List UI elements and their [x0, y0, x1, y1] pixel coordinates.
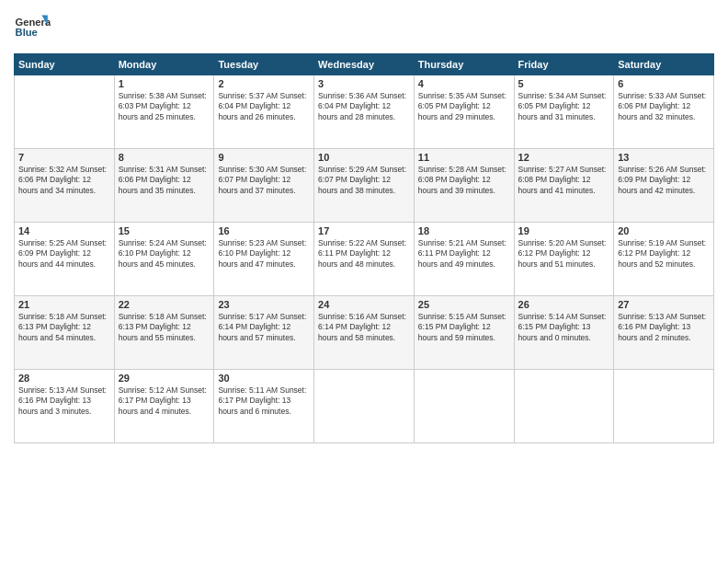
calendar-cell — [414, 370, 514, 443]
day-info: Sunrise: 5:30 AM Sunset: 6:07 PM Dayligh… — [218, 165, 310, 196]
calendar-cell: 1Sunrise: 5:38 AM Sunset: 6:03 PM Daylig… — [114, 75, 214, 149]
calendar-cell: 20Sunrise: 5:19 AM Sunset: 6:12 PM Dayli… — [614, 223, 714, 296]
day-number: 3 — [318, 78, 410, 89]
day-info: Sunrise: 5:37 AM Sunset: 6:04 PM Dayligh… — [218, 91, 310, 122]
week-row-5: 28Sunrise: 5:13 AM Sunset: 6:16 PM Dayli… — [15, 370, 714, 443]
day-info: Sunrise: 5:11 AM Sunset: 6:17 PM Dayligh… — [218, 385, 310, 417]
col-header-sunday: Sunday — [15, 54, 115, 75]
calendar-cell: 9Sunrise: 5:30 AM Sunset: 6:07 PM Daylig… — [214, 149, 314, 223]
day-number: 25 — [418, 299, 510, 310]
calendar-cell — [514, 370, 614, 443]
calendar-cell: 11Sunrise: 5:28 AM Sunset: 6:08 PM Dayli… — [414, 149, 514, 223]
calendar-cell: 13Sunrise: 5:26 AM Sunset: 6:09 PM Dayli… — [614, 149, 714, 223]
logo-icon: General Blue — [14, 9, 51, 46]
day-number: 24 — [318, 299, 410, 310]
day-number: 22 — [119, 299, 210, 310]
calendar-cell: 17Sunrise: 5:22 AM Sunset: 6:11 PM Dayli… — [314, 223, 415, 296]
day-info: Sunrise: 5:20 AM Sunset: 6:12 PM Dayligh… — [518, 238, 610, 270]
calendar-cell: 10Sunrise: 5:29 AM Sunset: 6:07 PM Dayli… — [314, 149, 415, 223]
calendar-cell: 22Sunrise: 5:18 AM Sunset: 6:13 PM Dayli… — [114, 296, 214, 370]
day-number: 11 — [418, 152, 510, 163]
calendar-cell: 25Sunrise: 5:15 AM Sunset: 6:15 PM Dayli… — [414, 296, 514, 370]
day-number: 6 — [618, 78, 710, 89]
calendar-cell: 2Sunrise: 5:37 AM Sunset: 6:04 PM Daylig… — [214, 75, 314, 149]
day-info: Sunrise: 5:16 AM Sunset: 6:14 PM Dayligh… — [318, 312, 410, 343]
day-number: 19 — [518, 225, 610, 236]
col-header-monday: Monday — [114, 54, 214, 75]
week-row-3: 14Sunrise: 5:25 AM Sunset: 6:09 PM Dayli… — [15, 223, 714, 296]
day-info: Sunrise: 5:32 AM Sunset: 6:06 PM Dayligh… — [18, 165, 110, 196]
calendar-cell: 29Sunrise: 5:12 AM Sunset: 6:17 PM Dayli… — [114, 370, 214, 443]
calendar-cell: 24Sunrise: 5:16 AM Sunset: 6:14 PM Dayli… — [314, 296, 415, 370]
week-row-4: 21Sunrise: 5:18 AM Sunset: 6:13 PM Dayli… — [15, 296, 714, 370]
day-info: Sunrise: 5:12 AM Sunset: 6:17 PM Dayligh… — [119, 385, 210, 417]
day-info: Sunrise: 5:27 AM Sunset: 6:08 PM Dayligh… — [518, 165, 610, 196]
calendar-cell: 15Sunrise: 5:24 AM Sunset: 6:10 PM Dayli… — [114, 223, 214, 296]
svg-text:Blue: Blue — [16, 27, 38, 38]
calendar-cell: 30Sunrise: 5:11 AM Sunset: 6:17 PM Dayli… — [214, 370, 314, 443]
calendar-cell: 8Sunrise: 5:31 AM Sunset: 6:06 PM Daylig… — [114, 149, 214, 223]
calendar-cell — [15, 75, 115, 149]
day-number: 7 — [18, 152, 110, 163]
day-info: Sunrise: 5:29 AM Sunset: 6:07 PM Dayligh… — [318, 165, 410, 196]
col-header-saturday: Saturday — [614, 54, 714, 75]
day-number: 12 — [518, 152, 610, 163]
logo: General Blue — [14, 9, 51, 46]
day-number: 10 — [318, 152, 410, 163]
day-number: 9 — [218, 152, 310, 163]
day-number: 18 — [418, 225, 510, 236]
col-header-wednesday: Wednesday — [314, 54, 415, 75]
day-info: Sunrise: 5:33 AM Sunset: 6:06 PM Dayligh… — [618, 91, 710, 122]
day-number: 27 — [618, 299, 710, 310]
calendar-cell: 26Sunrise: 5:14 AM Sunset: 6:15 PM Dayli… — [514, 296, 614, 370]
day-info: Sunrise: 5:24 AM Sunset: 6:10 PM Dayligh… — [119, 238, 210, 270]
day-info: Sunrise: 5:18 AM Sunset: 6:13 PM Dayligh… — [18, 312, 110, 343]
calendar-cell: 4Sunrise: 5:35 AM Sunset: 6:05 PM Daylig… — [414, 75, 514, 149]
day-info: Sunrise: 5:31 AM Sunset: 6:06 PM Dayligh… — [119, 165, 210, 196]
day-info: Sunrise: 5:28 AM Sunset: 6:08 PM Dayligh… — [418, 165, 510, 196]
day-info: Sunrise: 5:18 AM Sunset: 6:13 PM Dayligh… — [119, 312, 210, 343]
day-info: Sunrise: 5:34 AM Sunset: 6:05 PM Dayligh… — [518, 91, 610, 122]
day-number: 17 — [318, 225, 410, 236]
day-number: 15 — [119, 225, 210, 236]
calendar-cell — [314, 370, 415, 443]
day-info: Sunrise: 5:13 AM Sunset: 6:16 PM Dayligh… — [18, 385, 110, 417]
day-number: 29 — [119, 373, 210, 384]
calendar-table: SundayMondayTuesdayWednesdayThursdayFrid… — [14, 53, 714, 443]
day-number: 20 — [618, 225, 710, 236]
day-info: Sunrise: 5:13 AM Sunset: 6:16 PM Dayligh… — [618, 312, 710, 343]
day-info: Sunrise: 5:15 AM Sunset: 6:15 PM Dayligh… — [418, 312, 510, 343]
calendar-cell: 18Sunrise: 5:21 AM Sunset: 6:11 PM Dayli… — [414, 223, 514, 296]
day-info: Sunrise: 5:35 AM Sunset: 6:05 PM Dayligh… — [418, 91, 510, 122]
calendar-cell — [614, 370, 714, 443]
day-number: 1 — [119, 78, 210, 89]
day-info: Sunrise: 5:22 AM Sunset: 6:11 PM Dayligh… — [318, 238, 410, 270]
day-info: Sunrise: 5:23 AM Sunset: 6:10 PM Dayligh… — [218, 238, 310, 270]
day-info: Sunrise: 5:25 AM Sunset: 6:09 PM Dayligh… — [18, 238, 110, 270]
page-header: General Blue — [14, 9, 714, 46]
calendar-cell: 3Sunrise: 5:36 AM Sunset: 6:04 PM Daylig… — [314, 75, 415, 149]
calendar-cell: 7Sunrise: 5:32 AM Sunset: 6:06 PM Daylig… — [15, 149, 115, 223]
calendar-cell: 5Sunrise: 5:34 AM Sunset: 6:05 PM Daylig… — [514, 75, 614, 149]
calendar-cell: 14Sunrise: 5:25 AM Sunset: 6:09 PM Dayli… — [15, 223, 115, 296]
week-row-1: 1Sunrise: 5:38 AM Sunset: 6:03 PM Daylig… — [15, 75, 714, 149]
calendar-cell: 27Sunrise: 5:13 AM Sunset: 6:16 PM Dayli… — [614, 296, 714, 370]
day-number: 16 — [218, 225, 310, 236]
day-number: 8 — [119, 152, 210, 163]
calendar-header-row: SundayMondayTuesdayWednesdayThursdayFrid… — [15, 54, 714, 75]
page-container: General Blue SundayMondayTuesdayWednesda… — [0, 0, 728, 453]
calendar-body: 1Sunrise: 5:38 AM Sunset: 6:03 PM Daylig… — [15, 75, 714, 443]
col-header-thursday: Thursday — [414, 54, 514, 75]
day-number: 30 — [218, 373, 310, 384]
day-number: 13 — [618, 152, 710, 163]
day-info: Sunrise: 5:19 AM Sunset: 6:12 PM Dayligh… — [618, 238, 710, 270]
day-info: Sunrise: 5:17 AM Sunset: 6:14 PM Dayligh… — [218, 312, 310, 343]
day-number: 23 — [218, 299, 310, 310]
calendar-cell: 23Sunrise: 5:17 AM Sunset: 6:14 PM Dayli… — [214, 296, 314, 370]
calendar-cell: 28Sunrise: 5:13 AM Sunset: 6:16 PM Dayli… — [15, 370, 115, 443]
calendar-cell: 16Sunrise: 5:23 AM Sunset: 6:10 PM Dayli… — [214, 223, 314, 296]
calendar-cell: 19Sunrise: 5:20 AM Sunset: 6:12 PM Dayli… — [514, 223, 614, 296]
day-info: Sunrise: 5:26 AM Sunset: 6:09 PM Dayligh… — [618, 165, 710, 196]
day-info: Sunrise: 5:14 AM Sunset: 6:15 PM Dayligh… — [518, 312, 610, 343]
day-number: 21 — [18, 299, 110, 310]
